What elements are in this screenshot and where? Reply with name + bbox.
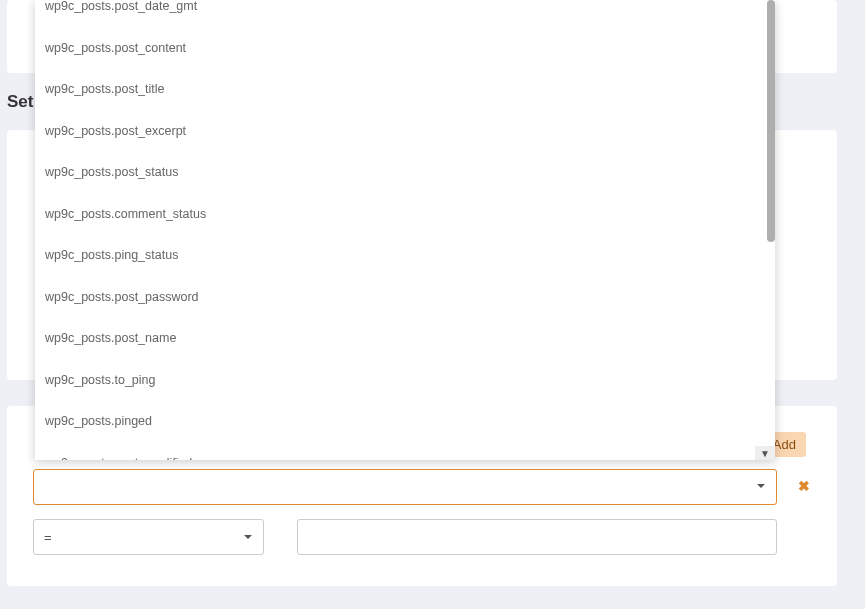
field-dropdown: wp9c_posts.post_date_gmt wp9c_posts.post… [35, 0, 775, 460]
scrollbar[interactable] [767, 0, 775, 242]
dropdown-item[interactable]: wp9c_posts.post_name [35, 318, 775, 360]
dropdown-item[interactable]: wp9c_posts.comment_status [35, 194, 775, 236]
dropdown-item[interactable]: wp9c_posts.to_ping [35, 360, 775, 402]
dropdown-item[interactable]: wp9c_posts.post_title [35, 69, 775, 111]
operator-value: = [44, 530, 52, 545]
remove-icon[interactable]: ✖ [798, 478, 810, 494]
section-title: Set [7, 92, 33, 112]
dropdown-item[interactable]: wp9c_posts.post_modified [35, 443, 775, 461]
field-combobox[interactable] [33, 469, 777, 505]
dropdown-item[interactable]: wp9c_posts.post_date_gmt [35, 0, 775, 28]
chevron-down-icon [756, 480, 766, 494]
dropdown-item[interactable]: wp9c_posts.post_password [35, 277, 775, 319]
dropdown-item[interactable]: wp9c_posts.ping_status [35, 235, 775, 277]
value-input[interactable] [297, 519, 777, 555]
operator-select[interactable]: = [33, 519, 264, 555]
dropdown-item[interactable]: wp9c_posts.post_status [35, 152, 775, 194]
dropdown-item[interactable]: wp9c_posts.pinged [35, 401, 775, 443]
chevron-down-icon [243, 530, 253, 545]
dropdown-item[interactable]: wp9c_posts.post_content [35, 28, 775, 70]
dropdown-list: wp9c_posts.post_date_gmt wp9c_posts.post… [35, 0, 775, 460]
dropdown-item[interactable]: wp9c_posts.post_excerpt [35, 111, 775, 153]
dropdown-caret-down-icon[interactable]: ▼ [755, 446, 775, 460]
